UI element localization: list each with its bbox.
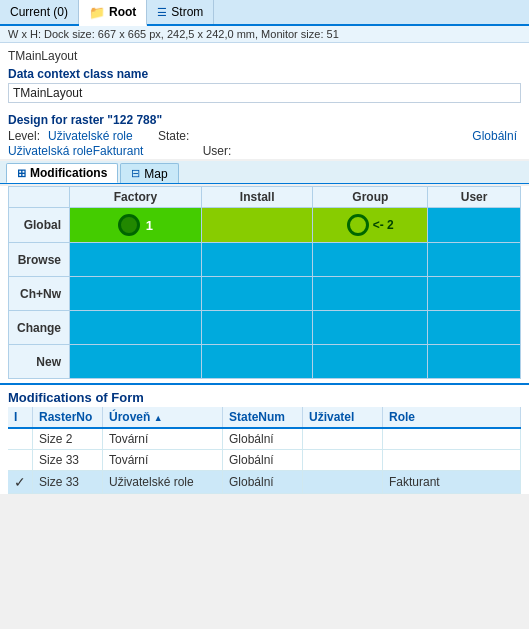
cell-user-row4[interactable] [428,345,521,379]
list-icon: ☰ [157,6,167,19]
cell-install-row4[interactable] [201,345,313,379]
cell-factory-row1[interactable] [70,243,202,277]
class-section: TMainLayout Data context class name [0,43,529,107]
tab-root-label: Root [109,5,136,19]
cell-install-row1[interactable] [201,243,313,277]
col-i-header: I [8,407,33,428]
col-header-group: Group [313,187,428,208]
raster-table: Factory Install Group User Global1<- 2Br… [8,186,521,379]
row-header-change[interactable]: Change [9,311,70,345]
cell-user-row3[interactable] [428,311,521,345]
cell-factory-row0[interactable]: 1 [70,208,202,243]
design-title: Design for raster "122 788" [8,113,521,127]
mod-row-2[interactable]: ✓Size 33Uživatelské roleGlobálníFakturan… [8,471,521,494]
cell-group-row4[interactable] [313,345,428,379]
info-bar: W x H: Dock size: 667 x 665 px, 242,5 x … [0,26,529,43]
sub-tab-bar: ⊞ Modifications ⊟ Map [0,161,529,184]
data-context-label: Data context class name [8,67,521,81]
tab-root[interactable]: 📁 Root [79,0,147,26]
row-header-browse[interactable]: Browse [9,243,70,277]
row-header-ch+nw[interactable]: Ch+Nw [9,277,70,311]
mod-cell-uzivatel [303,428,383,450]
col-role-header: Role [383,407,521,428]
mod-cell-role: Fakturant [383,471,521,494]
state-value: Globální [198,129,521,143]
sub-tab-modifications-label: Modifications [30,166,107,180]
mod-cell-check: ✓ [8,471,33,494]
role-label: Uživatelská role [8,144,93,158]
data-context-input[interactable] [8,83,521,103]
mod-cell-uzivatel [303,471,383,494]
cell-factory-row4[interactable] [70,345,202,379]
state-label: State: [158,129,198,143]
mod-cell-raster: Size 33 [33,450,103,471]
tab-strom[interactable]: ☰ Strom [147,0,214,24]
level-row: Level: Uživatelské role State: Globální [8,129,521,143]
row-header-global[interactable]: Global [9,208,70,243]
design-section: Design for raster "122 788" Level: Uživa… [0,107,529,159]
green-ring-icon [347,214,369,236]
mod-cell-check [8,450,33,471]
col-header-install: Install [201,187,313,208]
mod-cell-uzivatel [303,450,383,471]
col-header-empty [9,187,70,208]
role-row: Uživatelská role Fakturant User: [8,144,521,158]
cell-num: <- 2 [373,218,394,232]
cell-user-row0[interactable] [428,208,521,243]
col-header-factory: Factory [70,187,202,208]
mod-cell-raster: Size 33 [33,471,103,494]
col-header-user: User [428,187,521,208]
mod-cell-statenum: Globální [223,471,303,494]
col-raster-header: RasterNo [33,407,103,428]
raster-grid-area: Factory Install Group User Global1<- 2Br… [0,186,529,383]
cell-group-row2[interactable] [313,277,428,311]
mod-row-0[interactable]: Size 2TovárníGlobální [8,428,521,450]
tab-current[interactable]: Current (0) [0,0,79,24]
folder-icon: 📁 [89,5,105,20]
modifications-table: I RasterNo Úroveň StateNum Uživatel Role… [8,407,521,494]
tab-current-label: Current (0) [10,5,68,19]
map-icon: ⊟ [131,167,140,180]
user-label: User: [203,144,243,158]
mod-cell-uroven: Tovární [103,450,223,471]
cell-install-row3[interactable] [201,311,313,345]
mod-cell-statenum: Globální [223,428,303,450]
mod-cell-role [383,450,521,471]
mod-row-1[interactable]: Size 33TovárníGlobální [8,450,521,471]
mod-title: Modifications of Form [8,387,521,407]
col-uzivatel-header: Uživatel [303,407,383,428]
cell-factory-row2[interactable] [70,277,202,311]
sub-tab-map[interactable]: ⊟ Map [120,163,178,183]
mod-cell-uroven: Tovární [103,428,223,450]
modifications-of-form-section: Modifications of Form I RasterNo Úroveň … [0,383,529,494]
row-header-new[interactable]: New [9,345,70,379]
cell-install-row0[interactable] [201,208,313,243]
sort-icon [154,410,163,424]
sub-tab-modifications[interactable]: ⊞ Modifications [6,163,118,183]
top-tab-bar: Current (0) 📁 Root ☰ Strom [0,0,529,26]
cell-num: 1 [146,218,153,233]
green-circle-icon [118,214,140,236]
mod-cell-statenum: Globální [223,450,303,471]
cell-user-row2[interactable] [428,277,521,311]
tab-strom-label: Strom [171,5,203,19]
level-value: Uživatelské role [48,129,158,143]
mod-cell-uroven: Uživatelské role [103,471,223,494]
cell-factory-row3[interactable] [70,311,202,345]
cell-user-row1[interactable] [428,243,521,277]
mod-cell-check [8,428,33,450]
modifications-icon: ⊞ [17,167,26,180]
cell-group-row1[interactable] [313,243,428,277]
col-uroven-header: Úroveň [103,407,223,428]
cell-install-row2[interactable] [201,277,313,311]
level-label: Level: [8,129,48,143]
class-label: TMainLayout [8,49,521,63]
col-statenum-header: StateNum [223,407,303,428]
mod-cell-role [383,428,521,450]
cell-group-row0[interactable]: <- 2 [313,208,428,243]
mod-cell-raster: Size 2 [33,428,103,450]
cell-group-row3[interactable] [313,311,428,345]
info-text: W x H: Dock size: 667 x 665 px, 242,5 x … [8,28,339,40]
role-value: Fakturant [93,144,203,158]
sub-tab-map-label: Map [144,167,167,181]
